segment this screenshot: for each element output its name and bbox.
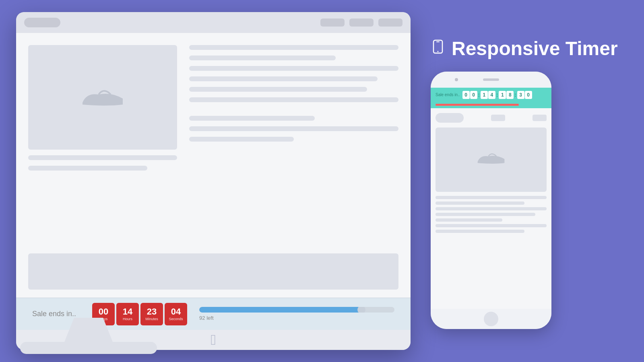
phone-progress-bar bbox=[436, 104, 519, 106]
product-line-2 bbox=[28, 166, 147, 171]
phone-add-to-cart-btn[interactable] bbox=[436, 113, 464, 123]
phone-top-bar bbox=[431, 72, 551, 88]
phone-action-btn-1[interactable] bbox=[491, 115, 505, 121]
desktop-screen: Sale ends in.. 00 Days 14 Hours 23 Minut… bbox=[16, 33, 411, 330]
digit-0: 0 bbox=[462, 91, 470, 99]
phone-content bbox=[431, 108, 551, 309]
right-panel: Responsive Timer Sale ends in.. 0 0 : 1 … bbox=[411, 33, 628, 329]
phone-speaker bbox=[483, 78, 499, 81]
shoe-icon bbox=[78, 84, 127, 110]
info-line-4 bbox=[189, 76, 378, 81]
phone-action-btn-2[interactable] bbox=[533, 115, 547, 121]
info-line-3 bbox=[189, 66, 398, 71]
phone-info-line-2 bbox=[436, 202, 524, 205]
phone-info-line-4 bbox=[436, 213, 535, 216]
info-line-7 bbox=[189, 116, 315, 121]
days-unit: Days bbox=[99, 317, 108, 321]
progress-dot bbox=[357, 307, 365, 313]
days-value: 00 bbox=[99, 307, 108, 316]
titlebar-btn-2 bbox=[349, 19, 374, 27]
titlebar-pill bbox=[24, 18, 60, 27]
phone-shoe-icon bbox=[475, 150, 507, 169]
phone-btn-row bbox=[436, 113, 547, 123]
product-image-placeholder bbox=[28, 45, 177, 150]
apple-logo-icon:  bbox=[211, 331, 216, 348]
hours-unit: Hours bbox=[123, 317, 132, 321]
seconds-unit: Seconds bbox=[169, 317, 183, 321]
lower-content-block bbox=[28, 253, 398, 290]
mac-chin:  bbox=[16, 330, 411, 350]
product-image-block bbox=[28, 45, 177, 241]
progress-bar-fill bbox=[199, 307, 365, 313]
sep-1: : bbox=[478, 92, 480, 98]
digit-4: 1 bbox=[499, 91, 506, 99]
phone-info-line-1 bbox=[436, 196, 547, 199]
digit-7: 0 bbox=[525, 91, 532, 99]
titlebar-btn-3 bbox=[378, 19, 402, 27]
titlebar-btn-1 bbox=[320, 19, 345, 27]
phone-camera bbox=[455, 78, 458, 81]
phone-info-line-5 bbox=[436, 218, 502, 222]
svg-point-1 bbox=[438, 51, 439, 52]
progress-bar-background bbox=[199, 307, 394, 313]
timer-box-seconds: 04 Seconds bbox=[165, 303, 187, 325]
phone-info-line-7 bbox=[436, 230, 524, 233]
panel-header: Responsive Timer bbox=[431, 37, 628, 60]
info-line-2 bbox=[189, 56, 336, 60]
digit-3: 4 bbox=[488, 91, 495, 99]
phone-sale-label: Sale ends in.. bbox=[436, 93, 460, 97]
progress-area: 92 left bbox=[199, 307, 394, 321]
sep-2: : bbox=[496, 92, 498, 98]
timer-bar: Sale ends in.. 00 Days 14 Hours 23 Minut… bbox=[16, 298, 411, 330]
phone-home-button[interactable] bbox=[484, 312, 498, 326]
timer-box-hours: 14 Hours bbox=[116, 303, 139, 325]
desktop-titlebar bbox=[16, 12, 411, 33]
progress-label: 92 left bbox=[199, 315, 394, 321]
product-info-block bbox=[189, 45, 398, 241]
sep-3: : bbox=[514, 92, 516, 98]
panel-title: Responsive Timer bbox=[452, 37, 618, 60]
phone-screen: Sale ends in.. 0 0 : 1 4 : 1 8 : 3 0 bbox=[431, 88, 551, 309]
info-line-5 bbox=[189, 87, 367, 92]
phone-info-line-3 bbox=[436, 207, 547, 210]
info-line-8 bbox=[189, 126, 398, 131]
minutes-value: 23 bbox=[147, 307, 157, 316]
digit-1: 0 bbox=[470, 91, 477, 99]
digit-5: 8 bbox=[506, 91, 514, 99]
timer-box-days: 00 Days bbox=[92, 303, 115, 325]
phone-info-line-6 bbox=[436, 224, 547, 227]
desktop-mockup: Sale ends in.. 00 Days 14 Hours 23 Minut… bbox=[16, 12, 411, 350]
webpage-content bbox=[16, 33, 411, 253]
phone-timer-digits: 0 0 : 1 4 : 1 8 : 3 0 bbox=[462, 91, 532, 99]
hours-value: 14 bbox=[123, 307, 132, 316]
seconds-value: 04 bbox=[171, 307, 181, 316]
titlebar-buttons bbox=[320, 19, 402, 27]
phone-bottom bbox=[431, 309, 551, 329]
smartphone-icon bbox=[431, 39, 445, 58]
phone-mockup: Sale ends in.. 0 0 : 1 4 : 1 8 : 3 0 bbox=[431, 72, 551, 329]
info-line-9 bbox=[189, 137, 294, 142]
timer-box-minutes: 23 Minutes bbox=[140, 303, 163, 325]
svg-rect-2 bbox=[436, 41, 440, 42]
info-line-6 bbox=[189, 97, 398, 102]
timer-boxes: 00 Days 14 Hours 23 Minutes 04 Seconds bbox=[92, 303, 187, 325]
product-line-1 bbox=[28, 155, 177, 160]
digit-6: 3 bbox=[517, 91, 524, 99]
phone-timer-banner: Sale ends in.. 0 0 : 1 4 : 1 8 : 3 0 bbox=[431, 88, 551, 102]
minutes-unit: Minutes bbox=[145, 317, 158, 321]
sale-ends-label: Sale ends in.. bbox=[32, 310, 76, 318]
digit-2: 1 bbox=[481, 91, 488, 99]
phone-product-image bbox=[436, 128, 547, 192]
info-line-1 bbox=[189, 45, 398, 50]
